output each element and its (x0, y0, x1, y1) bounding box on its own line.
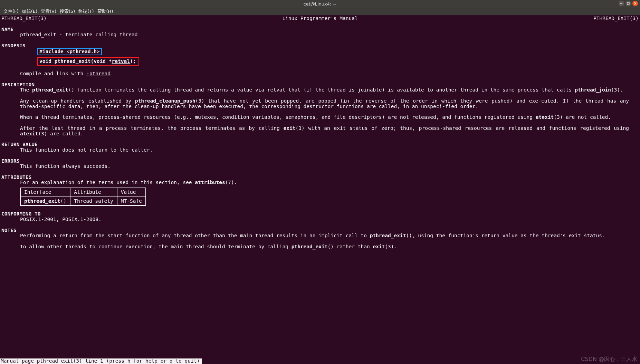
th-attribute: Attribute (70, 188, 117, 197)
t: () (60, 198, 66, 204)
sig-arg: retval (112, 58, 130, 64)
th-value: Value (117, 188, 146, 197)
t: The (20, 87, 32, 93)
t: (3) with an exit status of zero; thus, p… (296, 125, 629, 131)
compile-pre: Compile and link with (20, 71, 86, 76)
t: () rather than (327, 244, 373, 249)
t: To allow other threads to continue execu… (20, 244, 292, 249)
man-header-right: PTHREAD_EXIT(3) (593, 16, 639, 21)
window-title: cet@Linux4: ~ (304, 1, 337, 7)
close-icon[interactable] (632, 1, 638, 6)
man-header-center: Linux Programmer's Manual (282, 16, 357, 21)
menubar: 文件(F) 编辑(E) 查看(V) 搜索(S) 终端(T) 帮助(H) (0, 8, 640, 15)
t: exit (284, 125, 296, 131)
window-titlebar: cet@Linux4: ~ (0, 0, 640, 8)
return-line: This function does not return to the cal… (1, 147, 639, 153)
sig-pre: void pthread_exit(void * (39, 58, 112, 64)
section-conforming: CONFORMING TO (1, 211, 639, 217)
synopsis-include: #include <pthread.h> (19, 48, 639, 56)
td-value: MT-Safe (117, 197, 146, 206)
desc-para4: After the last thread in a process termi… (1, 126, 639, 136)
desc-para3: When a thread terminates, process-shared… (1, 115, 639, 120)
errors-line: This function always succeeds. (1, 164, 639, 169)
t: attributes (195, 180, 225, 185)
window-controls (619, 1, 638, 6)
t: pthread_exit (24, 198, 60, 204)
conforming-line: POSIX.1-2001, POSIX.1-2008. (1, 217, 639, 222)
th-interface: Interface (20, 188, 70, 197)
terminal-area[interactable]: PTHREAD_EXIT(3) Linux Programmer's Manua… (0, 15, 640, 364)
attributes-line: For an explanation of the terms used in … (1, 180, 639, 185)
t: After the last thread in a process termi… (20, 125, 284, 131)
t: () function terminates the calling threa… (68, 87, 267, 93)
t: (3). (385, 244, 397, 249)
man-header-left: PTHREAD_EXIT(3) (1, 16, 47, 21)
menu-edit[interactable]: 编辑(E) (21, 8, 39, 15)
menu-help[interactable]: 帮助(H) (96, 8, 115, 15)
t: atexit (20, 131, 38, 136)
menu-view[interactable]: 查看(V) (39, 8, 58, 15)
compile-line: Compile and link with -pthread. (1, 71, 639, 77)
desc-para1: The pthread_exit() function terminates t… (1, 87, 639, 93)
watermark: CSDN @因心，三人水 (581, 356, 637, 362)
synopsis-signature: void pthread_exit(void *retval); (19, 55, 639, 66)
table-row: Interface Attribute Value (20, 188, 146, 197)
status-text: Manual page pthread_exit(3) line 1 (pres… (0, 358, 202, 364)
t: pthread_exit (292, 244, 328, 249)
t: Any clean-up handlers established by (20, 98, 135, 104)
t: (), using the function's return value as… (406, 233, 605, 238)
section-attributes: ATTRIBUTES (1, 175, 639, 180)
t: For an explanation of the terms used in … (20, 180, 195, 185)
t: (3) are not called. (554, 114, 611, 120)
section-name: NAME (1, 27, 639, 32)
svg-rect-1 (627, 2, 629, 4)
t: pthread_exit (32, 87, 68, 93)
menu-file[interactable]: 文件(F) (2, 8, 20, 15)
t: (3) are called. (38, 131, 83, 136)
man-status-line: Manual page pthread_exit(3) line 1 (pres… (0, 358, 640, 364)
td-attribute: Thread safety (70, 197, 117, 206)
notes-para1: Performing a return from the start funct… (1, 233, 639, 239)
compile-post: . (111, 71, 114, 76)
menu-terminal[interactable]: 终端(T) (77, 8, 95, 15)
t: pthread_cleanup_push (135, 98, 195, 104)
notes-para2: To allow other threads to continue execu… (1, 244, 639, 250)
compile-flag: -pthread (86, 71, 111, 76)
t: retval (267, 87, 285, 93)
maximize-icon[interactable] (625, 1, 631, 6)
name-line: pthread_exit - terminate calling thread (1, 32, 639, 38)
sig-post: ); (130, 58, 136, 64)
attributes-table: Interface Attribute Value pthread_exit()… (20, 188, 146, 206)
t: that (if the thread is joinable) is avai… (285, 87, 575, 93)
minimize-icon[interactable] (619, 1, 624, 6)
t: pthread_exit (370, 233, 406, 238)
menu-search[interactable]: 搜索(S) (58, 8, 76, 15)
section-notes: NOTES (1, 228, 639, 233)
table-row: pthread_exit() Thread safety MT-Safe (20, 197, 146, 206)
t: (3). (611, 87, 623, 93)
include-line: #include <pthread.h> (37, 48, 102, 56)
t: pthread_join (575, 87, 611, 93)
t: atexit (536, 114, 554, 120)
t: Performing a return from the start funct… (20, 233, 370, 238)
man-header: PTHREAD_EXIT(3) Linux Programmer's Manua… (1, 16, 639, 21)
section-return: RETURN VALUE (1, 142, 639, 147)
section-errors: ERRORS (1, 159, 639, 164)
desc-para2: Any clean-up handlers established by pth… (1, 98, 639, 109)
t: When a thread terminates, process-shared… (20, 114, 536, 120)
td-interface: pthread_exit() (20, 197, 70, 206)
section-description: DESCRIPTION (1, 82, 639, 88)
t: exit (373, 244, 385, 249)
function-signature: void pthread_exit(void *retval); (37, 57, 139, 66)
t: (7). (225, 180, 237, 185)
